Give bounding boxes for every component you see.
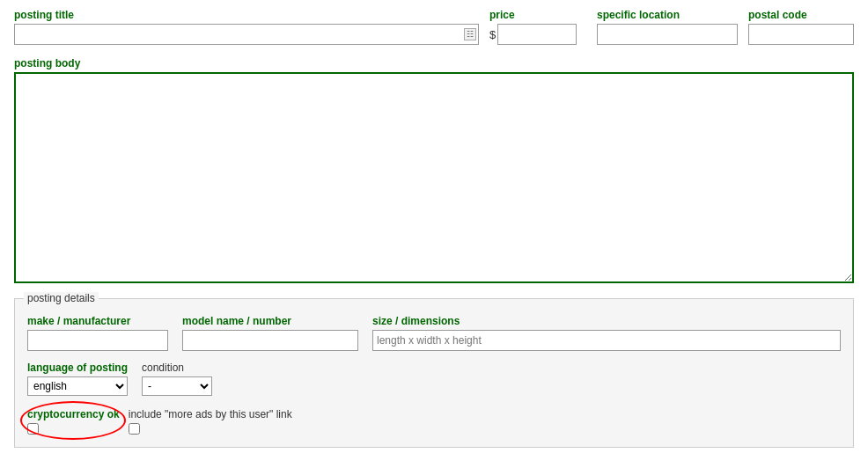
details-row2: language of posting english español fran… (27, 362, 841, 396)
language-select[interactable]: english español français deutsch (27, 376, 128, 396)
specific-location-input[interactable] (597, 24, 738, 45)
condition-select[interactable]: - new like new excellent good fair salva… (142, 376, 212, 396)
cryptocurrency-group: cryptocurrency ok (27, 408, 120, 435)
posting-body-label: posting body (14, 57, 854, 69)
more-ads-checkbox[interactable] (129, 423, 140, 435)
more-ads-label: include "more ads by this user" link (129, 408, 292, 420)
condition-label: condition (142, 362, 212, 374)
make-group: make / manufacturer (27, 315, 168, 351)
model-group: model name / number (182, 315, 358, 351)
price-group: price $ (489, 9, 586, 45)
price-input[interactable] (497, 24, 577, 45)
location-group: specific location (597, 9, 738, 45)
more-ads-group: include "more ads by this user" link (129, 408, 292, 435)
cryptocurrency-checkbox[interactable] (27, 423, 39, 435)
make-label: make / manufacturer (27, 315, 168, 327)
posting-body-textarea[interactable] (14, 72, 854, 283)
price-dollar-symbol: $ (489, 28, 496, 41)
posting-title-group: posting title ☷ (14, 9, 479, 45)
details-row1: make / manufacturer model name / number … (27, 315, 841, 351)
cryptocurrency-label: cryptocurrency ok (27, 408, 120, 420)
size-label: size / dimensions (372, 315, 841, 327)
posting-body-section: posting body (14, 57, 854, 286)
specific-location-label: specific location (597, 9, 738, 21)
model-input[interactable] (182, 330, 358, 351)
price-label: price (489, 9, 586, 21)
language-label: language of posting (27, 362, 128, 374)
posting-title-label: posting title (14, 9, 479, 21)
posting-details-legend: posting details (24, 292, 99, 304)
title-icon: ☷ (464, 28, 476, 40)
make-input[interactable] (27, 330, 168, 351)
posting-details-section: posting details make / manufacturer mode… (14, 298, 854, 448)
details-row3: cryptocurrency ok include "more ads by t… (27, 408, 841, 435)
postal-code-input[interactable] (748, 24, 854, 45)
posting-title-input[interactable] (14, 24, 479, 45)
size-input[interactable] (372, 330, 841, 351)
postal-code-label: postal code (748, 9, 854, 21)
size-group: size / dimensions (372, 315, 841, 351)
language-group: language of posting english español fran… (27, 362, 128, 396)
model-label: model name / number (182, 315, 358, 327)
condition-group: condition - new like new excellent good … (142, 362, 212, 396)
postal-code-group: postal code (748, 9, 854, 45)
